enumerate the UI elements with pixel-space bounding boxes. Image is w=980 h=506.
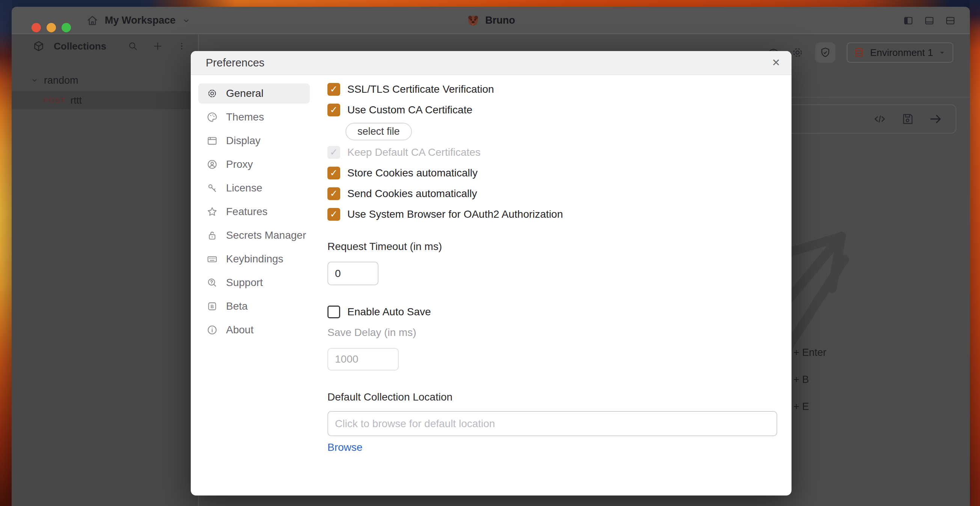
user-circle-icon <box>207 159 218 170</box>
preferences-nav-general[interactable]: General <box>198 83 310 103</box>
store-row: ✓Store Cookies automatically <box>328 165 477 181</box>
app-title: Bruno <box>485 14 515 26</box>
preferences-modal-header: Preferences ✕ <box>191 51 792 75</box>
oauth-label: Use System Browser for OAuth2 Authorizat… <box>347 208 563 220</box>
info-icon <box>207 324 218 336</box>
search-icon[interactable] <box>127 41 138 52</box>
key-icon <box>207 183 218 194</box>
display-icon <box>207 135 218 146</box>
save-icon[interactable] <box>901 112 914 126</box>
save-delay-input[interactable] <box>328 348 399 371</box>
code-icon[interactable] <box>873 112 886 126</box>
send-checkbox[interactable]: ✓ <box>328 187 340 200</box>
caret-down-icon <box>938 49 946 56</box>
default-collection-location-label: Default Collection Location <box>328 390 452 405</box>
titlebar: My Workspace Bruno <box>12 7 970 34</box>
ca-row: ✓Use Custom CA Certificate <box>328 102 473 118</box>
ca-label: Use Custom CA Certificate <box>347 104 473 116</box>
keyboard-icon <box>207 253 218 265</box>
general-settings-pane: ✓SSL/TLS Certificate Verification✓Use Cu… <box>328 75 780 495</box>
oauth-row: ✓Use System Browser for OAuth2 Authoriza… <box>328 207 563 222</box>
chevron-down-icon[interactable] <box>30 75 40 85</box>
lock-icon <box>207 230 218 241</box>
gear-icon <box>207 88 218 99</box>
shortcut-hint: + B <box>793 373 826 386</box>
nav-label: Features <box>226 206 268 218</box>
preferences-nav-themes[interactable]: Themes <box>198 107 310 127</box>
enable-auto-save-checkbox[interactable]: ✓ <box>328 306 340 318</box>
collection-name: random <box>44 75 78 86</box>
save-delay-label: Save Delay (in ms) <box>328 325 417 340</box>
nav-label: Support <box>226 277 263 289</box>
preferences-nav-keybindings[interactable]: Keybindings <box>198 249 310 269</box>
nav-label: Display <box>226 135 261 147</box>
collections-sidebar: Collections random <box>12 34 199 506</box>
help-search-icon <box>207 277 218 288</box>
settings-gear-icon[interactable] <box>791 46 804 59</box>
svg-text:B: B <box>211 304 214 309</box>
store-label: Store Cookies automatically <box>347 167 477 179</box>
keyboard-shortcuts-list: + Enter+ B+ E <box>793 346 826 413</box>
star-icon <box>207 206 218 217</box>
toggle-bottom-panel-icon[interactable] <box>924 15 935 26</box>
nav-label: About <box>226 324 253 336</box>
database-icon <box>853 47 865 58</box>
palette-icon <box>207 111 218 123</box>
nav-label: Proxy <box>226 158 253 170</box>
preferences-nav-license[interactable]: License <box>198 178 310 198</box>
ssl-checkbox[interactable]: ✓ <box>328 83 340 96</box>
request-item-rttt[interactable]: POST rttt <box>12 91 198 109</box>
select-file-button[interactable]: select file <box>345 123 412 140</box>
shield-check-icon <box>819 46 831 59</box>
enable-auto-save-label: Enable Auto Save <box>347 306 431 318</box>
environment-label: Environment 1 <box>870 47 933 59</box>
desktop-wallpaper-left <box>0 0 13 506</box>
preferences-nav-features[interactable]: Features <box>198 202 310 222</box>
toggle-split-rows-icon[interactable] <box>945 15 956 26</box>
nav-label: Keybindings <box>226 253 283 265</box>
nav-label: Themes <box>226 111 264 123</box>
enable-auto-save-row: ✓ Enable Auto Save <box>328 304 431 320</box>
collection-item-random[interactable]: random <box>12 72 198 89</box>
desktop-wallpaper-right <box>969 0 980 506</box>
shortcut-hint: + E <box>793 400 826 413</box>
add-collection-icon[interactable] <box>152 41 163 52</box>
beta-icon: B <box>207 301 218 312</box>
request-timeout-input[interactable] <box>328 262 379 285</box>
preferences-nav-support[interactable]: Support <box>198 272 310 293</box>
request-method-badge: POST <box>43 96 65 105</box>
close-icon[interactable]: ✕ <box>772 58 780 68</box>
default-collection-location-input[interactable] <box>328 411 777 436</box>
environment-selector[interactable]: Environment 1 <box>847 42 953 63</box>
toggle-left-panel-icon[interactable] <box>903 15 913 26</box>
store-checkbox[interactable]: ✓ <box>328 167 340 180</box>
send-label: Send Cookies automatically <box>347 188 477 200</box>
bruno-dog-logo-icon <box>466 14 480 27</box>
browse-link[interactable]: Browse <box>328 440 362 455</box>
keep-row: ✓Keep Default CA Certificates <box>328 145 480 160</box>
preferences-nav-secrets-manager[interactable]: Secrets Manager <box>198 225 310 245</box>
send-row: ✓Send Cookies automatically <box>328 186 477 201</box>
send-arrow-icon[interactable] <box>929 112 943 126</box>
oauth-checkbox[interactable]: ✓ <box>328 208 340 221</box>
preferences-nav-about[interactable]: About <box>198 320 310 340</box>
package-cube-icon <box>33 40 45 52</box>
preferences-modal: Preferences ✕ GeneralThemesDisplayProxyL… <box>191 51 792 495</box>
ssl-label: SSL/TLS Certificate Verification <box>347 83 494 95</box>
request-name: rttt <box>70 95 81 106</box>
sidebar-title: Collections <box>54 41 106 52</box>
preferences-nav-proxy[interactable]: Proxy <box>198 154 310 175</box>
shield-check-button[interactable] <box>815 42 835 63</box>
ssl-row: ✓SSL/TLS Certificate Verification <box>328 82 494 97</box>
ca-checkbox[interactable]: ✓ <box>328 103 340 116</box>
shortcut-hint: + Enter <box>793 346 826 359</box>
modal-title: Preferences <box>206 57 264 69</box>
preferences-nav-display[interactable]: Display <box>198 130 310 151</box>
preferences-nav-beta[interactable]: BBeta <box>198 296 310 317</box>
nav-label: License <box>226 182 262 194</box>
file-row: select file <box>328 120 412 143</box>
kebab-menu-icon[interactable] <box>177 41 187 51</box>
nav-label: General <box>226 88 264 99</box>
keep-checkbox: ✓ <box>328 146 340 159</box>
preferences-nav: GeneralThemesDisplayProxyLicenseFeatures… <box>198 83 310 340</box>
